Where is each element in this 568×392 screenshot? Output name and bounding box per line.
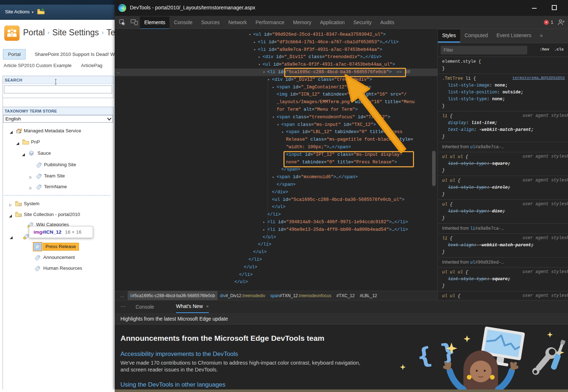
tab-elements[interactable]: Elements	[140, 17, 169, 30]
dom-tree-node[interactable]: </span>	[115, 166, 437, 173]
collapse-arrow-icon[interactable]: ▸	[272, 84, 277, 92]
drawer-overflow-menu[interactable]: ⋯	[120, 303, 126, 309]
dom-tree-node[interactable]: ▾<ul id="90d926ed-25cd-4311-8347-0eaa375…	[115, 31, 437, 39]
tab-performance[interactable]: Performance	[251, 16, 289, 29]
tree-item-managed-metadata-service[interactable]: Managed Metadata Service	[0, 127, 115, 136]
nav-link[interactable]: Article SP2010 Custom Example	[4, 63, 72, 68]
tree-item-label[interactable]: Site Collection - portal2010	[24, 211, 80, 218]
css-property[interactable]: list-style-type: disc;	[442, 208, 568, 215]
tree-item-system[interactable]: System	[0, 200, 115, 209]
site-actions-menu[interactable]: Site Actions▾	[5, 9, 34, 14]
breadcrumb-node[interactable]: li#5ca1695c-c288-4bcd-ba36-5685576fe0cb	[128, 291, 217, 300]
tab-sources[interactable]: Sources	[197, 16, 224, 29]
dom-tree-node[interactable]: ▸<li id="394814a9-34c5-406f-9971-1e94ccd…	[115, 219, 437, 226]
dom-tree-node[interactable]: </ul>	[115, 278, 437, 286]
dom-tree-node[interactable]: ▸<span id="msomenuid6">…</span>	[115, 173, 437, 181]
collapsed-arrow-icon[interactable]	[29, 174, 32, 181]
site-logo-icon[interactable]	[4, 26, 19, 42]
tab-network[interactable]: Network	[224, 16, 251, 29]
inherited-tag[interactable]: li	[470, 226, 475, 231]
dom-tree-node[interactable]: _layouts/Images/EMMTerm.png" width="16" …	[115, 98, 437, 106]
expand-arrow-icon[interactable]: ▾	[258, 61, 263, 69]
collapse-arrow-icon[interactable]: ▸	[258, 54, 263, 61]
toggle-class-button[interactable]: .cls	[554, 47, 564, 52]
dom-tree-node[interactable]: ▾<div id="_Div12" class="treenodediv">	[115, 76, 437, 84]
navigate-up-icon[interactable]	[37, 8, 45, 16]
expand-arrow-icon[interactable]: ▾	[268, 76, 272, 84]
breadcrumb-item[interactable]: Site Settings	[52, 28, 99, 37]
dom-tree-node[interactable]: ▸<span id="LBL_12" tabindex="0" title="P…	[115, 128, 437, 136]
language-select[interactable]: English	[3, 115, 113, 123]
breadcrumb-node[interactable]: div#_Div12.treenodediv	[217, 291, 268, 300]
drawer-tab-console[interactable]: Console	[136, 300, 154, 313]
elements-scrollbar[interactable]	[432, 151, 436, 186]
toggle-hover-state-button[interactable]: :hov	[540, 47, 549, 52]
tree-item-sauce[interactable]: Sauce	[0, 150, 115, 158]
tab-sharepoint-2010-support-is-dead-w[interactable]: SharePoint 2010 Support Is Dead! W	[30, 49, 115, 59]
dom-tree-node[interactable]: </ul>	[115, 264, 437, 271]
collapse-arrow-icon[interactable]: ▸	[272, 174, 277, 181]
tab-portal[interactable]: Portal	[3, 49, 26, 60]
breadcrumb-item[interactable]: Ter	[106, 28, 115, 37]
expand-arrow-icon[interactable]: ▾	[277, 122, 281, 129]
tree-item-label[interactable]: Puiblishing Site	[44, 161, 76, 168]
dom-tree-node[interactable]: none" tabindex="0" title="Press Release"…	[115, 159, 437, 166]
dom-tree-node[interactable]: "width: 100px;">…</span>	[115, 144, 437, 151]
breadcrumb-node[interactable]: #LBL_12	[357, 291, 379, 300]
tree-item-label[interactable]: TermName	[44, 183, 67, 190]
tab-console[interactable]: Console	[169, 16, 197, 29]
css-property[interactable]: text-align: -webkit-match-parent;	[442, 242, 568, 249]
tree-item-team-site[interactable]: Team Site	[0, 172, 115, 181]
error-badge-icon[interactable]: ×	[544, 20, 549, 25]
dom-tree-node[interactable]: ▾<span class="treenodeonfocus" id="TXN_1…	[115, 114, 437, 121]
expanded-arrow-icon[interactable]	[9, 129, 13, 136]
tree-item-announcement[interactable]: Announcement	[0, 254, 115, 263]
inherited-tag[interactable]: ul	[470, 260, 475, 265]
collapse-arrow-icon[interactable]: ▸	[282, 129, 286, 136]
tree-item-site-collection-portal2010[interactable]: Site Collection - portal2010	[0, 211, 115, 220]
css-property[interactable]: list-style-type: square;	[442, 276, 568, 283]
tree-item-label[interactable]: Sauce	[38, 150, 51, 157]
dom-tree-node[interactable]: </ul>	[115, 248, 437, 256]
breadcrumb-item[interactable]: Portal	[23, 28, 45, 37]
styles-filter-input[interactable]: Filter	[441, 46, 527, 54]
stylesheet-link[interactable]: termstorema…BQ%3D%3D%3	[512, 76, 567, 80]
collapsed-arrow-icon[interactable]	[29, 185, 32, 191]
dom-tree-node[interactable]: ▸<li id="df3cbbb4-17b1-46ce-a767-cba1df0…	[115, 39, 437, 46]
dom-tree-node[interactable]: ▾<li id="a9a9e7ca-8f3f-4931-a7ac-87453be…	[115, 46, 437, 54]
close-icon[interactable]: ×	[206, 304, 209, 309]
dom-tree-node[interactable]: ▾<span class="ms-input" id="TXC_12">	[115, 121, 437, 129]
dom-tree-node[interactable]: ▸<li id="49be9e13-25da-4ff0-bb00-4a800b4…	[115, 226, 437, 234]
inherited-tag[interactable]: ul	[470, 145, 475, 150]
dom-tree-node[interactable]: </ul>	[115, 234, 437, 241]
css-property[interactable]: text-align: -webkit-match-parent;	[442, 127, 568, 133]
dom-tree-node[interactable]: ▾<ul id="a9a9e7ca-8f3f-4931-a7ac-87453be…	[115, 61, 437, 69]
dom-tree-node[interactable]: ▸<div id="_Div11" class="treenodediv">…<…	[115, 53, 437, 61]
tree-item-label[interactable]: System	[24, 200, 39, 207]
tree-item-puiblishing-site[interactable]: Puiblishing Site	[0, 161, 115, 170]
dom-tree-node[interactable]: <input id="IPT_12" class="ms-input displ…	[115, 151, 437, 159]
tree-item-human-resources[interactable]: Human Resources	[0, 265, 115, 273]
tab-computed[interactable]: Computed	[460, 29, 492, 42]
collapsed-arrow-icon[interactable]	[9, 202, 12, 208]
expanded-arrow-icon[interactable]	[22, 151, 25, 158]
dom-tree-node[interactable]: </li>	[115, 271, 437, 279]
expanded-arrow-icon[interactable]	[9, 213, 12, 219]
tree-item-pnp[interactable]: PnP	[0, 138, 115, 147]
tab-styles[interactable]: Styles	[438, 30, 460, 43]
tree-item-label[interactable]: Press Release	[43, 243, 79, 251]
tree-item-label[interactable]: Managed Metadata Service	[24, 127, 81, 135]
search-input[interactable]	[4, 85, 112, 93]
tree-item-press-release[interactable]: Press Release	[0, 243, 115, 251]
dom-tree-node[interactable]: Release" class="ms-pagetitle font-black"…	[115, 136, 437, 144]
expanded-arrow-icon[interactable]	[16, 140, 19, 147]
maximize-button[interactable]	[552, 5, 557, 10]
dom-tree-node[interactable]: ▸<span id="_ImgContainer12">…</span>	[115, 84, 437, 91]
css-property[interactable]: display: list-item;	[442, 120, 568, 127]
css-property[interactable]: list-style-position: outside;	[442, 89, 568, 96]
expand-arrow-icon[interactable]: ▾	[249, 31, 253, 39]
dom-tree-node[interactable]: </li>	[115, 256, 437, 264]
tree-item-label[interactable]: PnP	[31, 138, 40, 146]
tree-item-label[interactable]: Team Site	[44, 172, 65, 180]
dom-tree-node[interactable]: </span>	[115, 181, 437, 189]
